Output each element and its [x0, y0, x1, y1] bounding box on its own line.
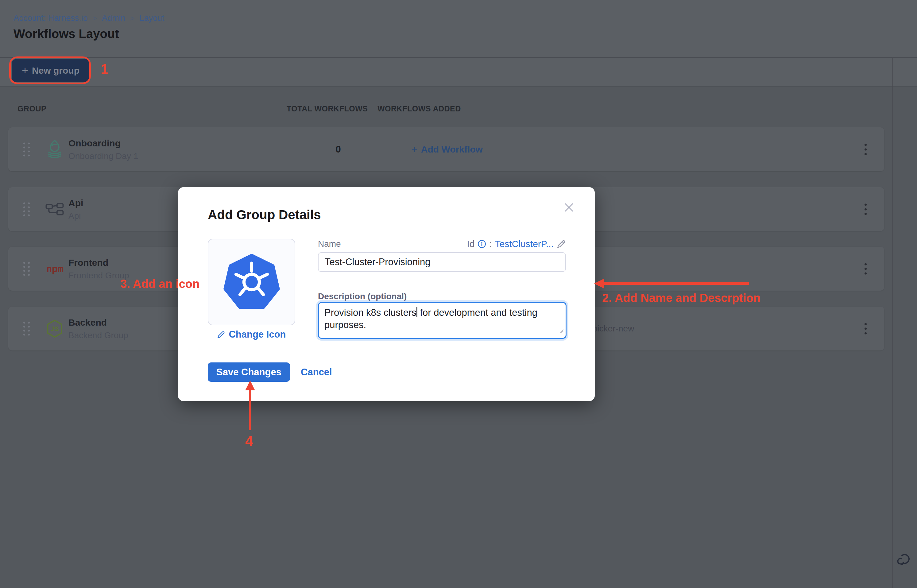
page-header: Account: Harness.io > Admin > Layout Wor…: [0, 0, 917, 57]
npm-icon: npm: [41, 263, 68, 275]
nodejs-logo-text: JS: [50, 325, 59, 333]
annotation-step-4: 4: [245, 433, 253, 449]
group-cell: Onboarding Onboarding Day 1: [68, 138, 138, 161]
page-title: Workflows Layout: [13, 27, 119, 41]
column-header-total-workflows: TOTAL WORKFLOWS: [287, 104, 368, 113]
group-cell: Backend Backend Group: [68, 317, 128, 340]
add-workflow-label: Add Workflow: [421, 144, 483, 155]
drag-handle-icon[interactable]: [23, 142, 30, 156]
toolbar: [0, 58, 917, 86]
chevron-right-icon: >: [93, 14, 97, 23]
group-name: Backend: [68, 317, 128, 328]
column-header-group: GROUP: [18, 104, 46, 113]
total-workflows-value: 0: [321, 144, 355, 155]
annotation-arrow-line: [603, 282, 749, 285]
cancel-button[interactable]: Cancel: [301, 367, 332, 378]
annotation-arrow-up-icon: [245, 381, 255, 390]
description-text-line2: purposes.: [325, 320, 366, 330]
change-icon-label: Change Icon: [229, 329, 286, 340]
name-label: Name: [318, 239, 341, 249]
breadcrumb: Account: Harness.io > Admin > Layout: [13, 13, 164, 23]
sitemap-icon: [41, 202, 68, 216]
annotation-arrow-line: [249, 390, 251, 430]
npm-logo-text: npm: [46, 263, 63, 275]
description-text-before-caret: Provision k8s clusters: [325, 307, 417, 318]
description-label: Description (optional): [318, 292, 407, 301]
group-description: Api: [68, 211, 83, 221]
table-row[interactable]: Onboarding Onboarding Day 1 0 + Add Work…: [8, 128, 884, 171]
group-description: Backend Group: [68, 330, 128, 340]
name-input[interactable]: [318, 252, 566, 272]
content-right-border: [893, 58, 893, 588]
group-icon-preview[interactable]: [208, 239, 295, 325]
chat-bubbles-icon[interactable]: [896, 552, 912, 569]
description-textarea[interactable]: Provision k8s clusters for development a…: [318, 302, 567, 339]
group-name: Onboarding: [68, 138, 138, 148]
add-workflow-link[interactable]: + Add Workflow: [411, 143, 483, 155]
save-changes-button[interactable]: Save Changes: [208, 362, 290, 382]
info-icon[interactable]: [478, 240, 486, 248]
row-menu-kebab-icon[interactable]: [862, 260, 869, 277]
workflows-layout-page: Account: Harness.io > Admin > Layout Wor…: [0, 0, 917, 588]
stacked-layers-icon: [41, 139, 68, 160]
id-value[interactable]: TestClusterP...: [495, 239, 554, 249]
kubernetes-icon: [223, 254, 280, 310]
group-name: Frontend: [68, 257, 129, 268]
group-name: Api: [68, 198, 83, 208]
drag-handle-icon[interactable]: [23, 202, 30, 216]
add-group-details-modal: Add Group Details Change Icon Nam: [178, 187, 595, 401]
nodejs-icon: JS: [41, 320, 68, 338]
close-icon[interactable]: [562, 201, 576, 214]
edit-id-pencil-icon[interactable]: [557, 239, 566, 249]
plus-icon: +: [411, 143, 417, 155]
id-colon: :: [489, 239, 492, 249]
annotation-step-1: 1: [101, 61, 109, 78]
breadcrumb-layout[interactable]: Layout: [139, 13, 164, 23]
chevron-right-icon: >: [130, 14, 134, 23]
resize-grip-icon[interactable]: [559, 324, 564, 336]
workflow-added-name: picker-new: [592, 324, 634, 334]
annotation-highlight-box: [9, 57, 91, 84]
name-field-header: Name Id : TestClusterP...: [318, 239, 566, 249]
modal-title: Add Group Details: [208, 207, 321, 222]
group-cell: Frontend Frontend Group: [68, 257, 129, 280]
annotation-arrow-left-icon: [594, 279, 604, 289]
description-text-after-caret: for development and testing: [417, 307, 538, 318]
row-menu-kebab-icon[interactable]: [862, 320, 869, 337]
drag-handle-icon[interactable]: [23, 262, 30, 276]
column-header-workflows-added: WORKFLOWS ADDED: [378, 104, 461, 113]
change-icon-link[interactable]: Change Icon: [208, 329, 295, 340]
divider: [0, 86, 917, 87]
drag-handle-icon[interactable]: [23, 321, 30, 336]
group-cell: Api Api: [68, 198, 83, 221]
annotation-step-3: 3. Add an icon: [120, 278, 200, 291]
annotation-step-2: 2. Add Name and Descrption: [602, 292, 760, 305]
id-group: Id : TestClusterP...: [467, 239, 566, 249]
breadcrumb-admin[interactable]: Admin: [102, 13, 126, 23]
group-description: Onboarding Day 1: [68, 151, 138, 161]
breadcrumb-account[interactable]: Account: Harness.io: [13, 13, 88, 23]
row-menu-kebab-icon[interactable]: [862, 141, 869, 157]
id-label: Id: [467, 239, 475, 249]
pencil-icon: [217, 331, 225, 339]
row-menu-kebab-icon[interactable]: [862, 201, 869, 217]
